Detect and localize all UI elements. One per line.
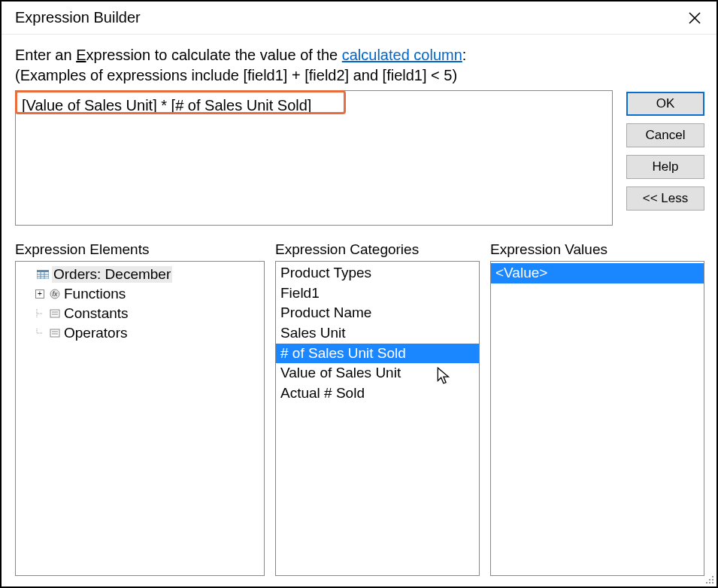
- tree-item-label: Constants: [64, 305, 129, 322]
- ok-button[interactable]: OK: [626, 92, 704, 116]
- category-item[interactable]: Value of Sales Unit: [276, 363, 479, 383]
- intro-rest: xpression to calculate the value of the: [86, 47, 342, 63]
- tree-item-functions[interactable]: + fx Functions: [16, 284, 264, 304]
- svg-text:fx: fx: [52, 290, 58, 298]
- button-column: OK Cancel Help << Less: [626, 90, 704, 211]
- less-button[interactable]: << Less: [626, 186, 704, 211]
- category-item[interactable]: Field1: [276, 283, 479, 304]
- expression-box-wrap: [15, 90, 613, 228]
- intro-suffix: :: [462, 47, 467, 63]
- table-icon: [37, 269, 49, 280]
- categories-label: Expression Categories: [275, 241, 480, 258]
- tree-branch-icon: [35, 329, 44, 338]
- window-title: Expression Builder: [15, 9, 141, 26]
- elements-label: Expression Elements: [15, 241, 265, 258]
- constant-icon: [49, 308, 61, 319]
- intro-mnemonic: E: [76, 47, 86, 63]
- tree-root-label: Orders: December: [52, 266, 172, 283]
- category-item[interactable]: Product Name: [276, 303, 479, 323]
- calculated-column-link[interactable]: calculated column: [342, 47, 462, 63]
- operator-icon: [49, 328, 61, 338]
- resize-grip[interactable]: [703, 573, 713, 583]
- category-item[interactable]: # of Sales Unit Sold: [276, 344, 479, 364]
- values-panel[interactable]: <Value>: [490, 261, 704, 576]
- tree-item-label: Operators: [64, 325, 127, 341]
- category-item[interactable]: Product Types: [276, 263, 479, 283]
- elements-tree: Orders: December + fx Functions: [16, 262, 264, 346]
- categories-panel[interactable]: Product TypesField1Product NameSales Uni…: [275, 261, 480, 576]
- help-button[interactable]: Help: [626, 155, 704, 179]
- tree-item-constants[interactable]: Constants: [16, 304, 264, 323]
- tree-item-label: Functions: [64, 286, 126, 302]
- tree-item-operators[interactable]: Operators: [16, 323, 264, 343]
- categories-list: Product TypesField1Product NameSales Uni…: [276, 262, 479, 405]
- svg-rect-3: [37, 270, 49, 272]
- cancel-button[interactable]: Cancel: [626, 123, 704, 147]
- expression-builder-window: Expression Builder Enter an Expression t…: [0, 0, 718, 588]
- intro-prefix: Enter an: [15, 47, 76, 63]
- category-item[interactable]: Sales Unit: [276, 323, 479, 344]
- examples-text: (Examples of expressions include [field1…: [15, 67, 704, 84]
- dialog-content: Enter an Expression to calculate the val…: [2, 35, 716, 586]
- close-button[interactable]: [683, 7, 706, 29]
- expander-icon[interactable]: +: [35, 289, 44, 299]
- titlebar: Expression Builder: [2, 2, 716, 35]
- expander-placeholder: [23, 270, 32, 279]
- svg-rect-12: [50, 310, 59, 317]
- values-label: Expression Values: [490, 241, 704, 258]
- category-item[interactable]: Actual # Sold: [276, 383, 479, 404]
- svg-rect-17: [50, 329, 59, 337]
- expression-input[interactable]: [15, 90, 613, 226]
- values-list: <Value>: [491, 262, 704, 285]
- close-icon: [688, 11, 701, 25]
- tree-root[interactable]: Orders: December: [16, 265, 264, 284]
- elements-panel[interactable]: Orders: December + fx Functions: [15, 261, 265, 576]
- intro-text: Enter an Expression to calculate the val…: [15, 47, 704, 64]
- tree-branch-icon: [35, 309, 44, 318]
- value-item[interactable]: <Value>: [491, 263, 704, 283]
- function-icon: fx: [49, 289, 61, 299]
